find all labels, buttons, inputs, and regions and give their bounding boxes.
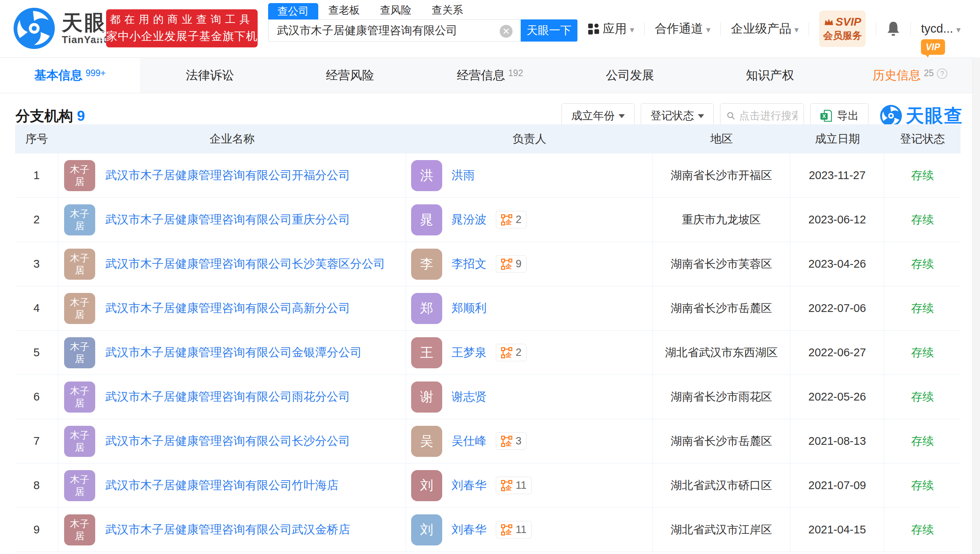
help-icon[interactable]: ? — [937, 68, 947, 79]
tab-intellectual-property[interactable]: 知识产权 — [700, 58, 840, 93]
excel-icon: X — [820, 109, 833, 122]
divider — [876, 22, 876, 35]
company-link[interactable]: 武汉市木子居健康管理咨询有限公司竹叶海店 — [105, 477, 338, 493]
company-link[interactable]: 武汉市木子居健康管理咨询有限公司重庆分公司 — [105, 212, 350, 228]
company-logo: 木子居 — [64, 160, 95, 191]
related-companies-badge[interactable]: 企 9 — [496, 255, 527, 273]
scrollbar-track[interactable] — [972, 57, 980, 554]
section-count: 9 — [77, 108, 85, 124]
date-cell: 2022-05-26 — [790, 375, 884, 419]
related-count: 11 — [516, 524, 527, 536]
status-cell: 存续 — [884, 508, 961, 552]
branch-table: 序号 企业名称 负责人 地区 成立日期 登记状态 1 木子居 武汉市木子居健康管… — [15, 124, 961, 552]
person-link[interactable]: 吴仕峰 — [452, 433, 487, 449]
date-cell: 2021-08-13 — [790, 419, 884, 463]
filter-status-label: 登记状态 — [650, 108, 694, 123]
row-index: 3 — [15, 242, 58, 286]
partner-label: 合作通道 — [655, 21, 703, 37]
person-link[interactable]: 刘春华 — [452, 477, 487, 493]
company-link[interactable]: 武汉市木子居健康管理咨询有限公司长沙分公司 — [105, 433, 350, 449]
person-link[interactable]: 洪雨 — [452, 167, 475, 183]
related-companies-badge[interactable]: 企 11 — [496, 521, 532, 538]
company-link[interactable]: 武汉市木子居健康管理咨询有限公司雨花分公司 — [105, 389, 350, 405]
person-cell: 晁 晁汾波 企 2 — [406, 198, 653, 242]
date-cell: 2021-04-15 — [790, 508, 884, 552]
related-companies-badge[interactable]: 企 2 — [496, 344, 527, 361]
region-cell: 湖南省长沙市雨花区 — [653, 375, 790, 419]
dropdown-triangle-icon — [698, 114, 704, 118]
tianyancha-swirl-icon — [14, 8, 55, 49]
person-link[interactable]: 刘春华 — [452, 522, 487, 538]
tab-count: 192 — [508, 68, 523, 78]
person-avatar: 刘 — [411, 470, 442, 501]
svg-text:企: 企 — [505, 263, 512, 270]
company-cell: 木子居 武汉市木子居健康管理咨询有限公司开福分公司 — [58, 153, 406, 197]
related-companies-badge[interactable]: 企 11 — [496, 477, 532, 494]
tab-basic-info[interactable]: 基本信息 999+ — [0, 58, 140, 93]
related-count: 2 — [516, 347, 521, 359]
company-link[interactable]: 武汉市木子居健康管理咨询有限公司武汉金桥店 — [105, 522, 350, 538]
related-companies-badge[interactable]: 企 3 — [496, 432, 527, 450]
person-link[interactable]: 郑顺利 — [452, 300, 487, 316]
search-tab-company[interactable]: 查公司 — [268, 3, 318, 19]
org-chart-icon: 企 — [501, 480, 513, 491]
tab-business-info[interactable]: 经营信息 192 — [420, 58, 560, 93]
date-cell: 2022-06-27 — [790, 331, 884, 375]
apps-menu[interactable]: 应用 ▾ — [587, 21, 634, 37]
company-link[interactable]: 武汉市木子居健康管理咨询有限公司高新分公司 — [105, 300, 350, 316]
person-avatar: 谢 — [411, 382, 442, 413]
person-link[interactable]: 谢志贤 — [452, 389, 487, 405]
status-cell: 存续 — [884, 198, 961, 242]
table-row: 3 木子居 武汉市木子居健康管理咨询有限公司长沙芙蓉区分公司 李 李招文 企 9… — [15, 242, 961, 286]
person-link[interactable]: 王梦泉 — [452, 345, 487, 361]
col-header-index: 序号 — [15, 131, 58, 147]
tab-history-info[interactable]: VIP 历史信息 25 ? — [840, 58, 980, 93]
dropdown-triangle-icon — [619, 114, 625, 118]
search-icon — [727, 110, 735, 121]
notification-bell-icon[interactable] — [886, 21, 900, 37]
status-cell: 存续 — [884, 331, 961, 375]
user-account-menu[interactable]: tycd... ▾ — [921, 22, 961, 36]
partner-menu[interactable]: 合作通道 ▾ — [655, 21, 710, 37]
vip-tag: VIP — [921, 39, 945, 55]
company-logo: 木子居 — [64, 514, 95, 545]
region-cell: 湖南省长沙市开福区 — [653, 153, 790, 197]
search-tab-boss[interactable]: 查老板 — [318, 3, 370, 19]
company-link[interactable]: 武汉市木子居健康管理咨询有限公司开福分公司 — [105, 167, 350, 183]
search-tab-risk[interactable]: 查风险 — [370, 3, 422, 19]
tab-operating-risk[interactable]: 经营风险 — [280, 58, 420, 93]
tab-label: 法律诉讼 — [186, 67, 234, 84]
company-link[interactable]: 武汉市木子居健康管理咨询有限公司金银潭分公司 — [105, 345, 362, 361]
header-nav: 应用 ▾ 合作通道 ▾ 企业级产品 ▾ SVIP 会 — [587, 0, 961, 57]
table-row: 9 木子居 武汉市木子居健康管理咨询有限公司武汉金桥店 刘 刘春华 企 11 湖… — [15, 508, 961, 552]
person-cell: 刘 刘春华 企 11 — [406, 463, 653, 507]
person-cell: 郑 郑顺利 企 — [406, 286, 653, 330]
date-cell: 2023-11-27 — [790, 153, 884, 197]
status-cell: 存续 — [884, 463, 961, 507]
company-link[interactable]: 武汉市木子居健康管理咨询有限公司长沙芙蓉区分公司 — [105, 256, 385, 272]
tab-company-development[interactable]: 公司发展 — [560, 58, 700, 93]
company-page-tabs: 基本信息 999+ 法律诉讼 经营风险 经营信息 192 公司发展 知识产权 V… — [0, 57, 980, 93]
svip-member-badge[interactable]: SVIP 会员服务 — [819, 10, 866, 47]
search-tab-relation[interactable]: 查关系 — [422, 3, 473, 19]
person-link[interactable]: 晁汾波 — [452, 212, 487, 228]
org-chart-icon: 企 — [501, 524, 513, 536]
status-cell: 存续 — [884, 153, 961, 197]
chevron-down-icon: ▾ — [706, 25, 710, 35]
table-search-input[interactable] — [739, 110, 797, 122]
org-chart-icon: 企 — [501, 214, 513, 226]
date-cell: 2022-07-06 — [790, 286, 884, 330]
row-index: 6 — [15, 375, 58, 419]
clear-search-icon[interactable]: ✕ — [500, 25, 513, 38]
person-cell: 谢 谢志贤 企 — [406, 375, 653, 419]
related-companies-badge[interactable]: 企 2 — [496, 211, 527, 228]
person-link[interactable]: 李招文 — [452, 256, 487, 272]
search-input[interactable] — [268, 19, 521, 42]
enterprise-menu[interactable]: 企业级产品 ▾ — [731, 21, 799, 37]
tab-legal-proceedings[interactable]: 法律诉讼 — [140, 58, 280, 93]
tab-label: 经营风险 — [326, 67, 374, 84]
search-button[interactable]: 天眼一下 — [521, 19, 577, 42]
company-cell: 木子居 武汉市木子居健康管理咨询有限公司重庆分公司 — [58, 198, 406, 242]
filter-year-label: 成立年份 — [571, 108, 615, 123]
company-cell: 木子居 武汉市木子居健康管理咨询有限公司金银潭分公司 — [58, 331, 406, 375]
